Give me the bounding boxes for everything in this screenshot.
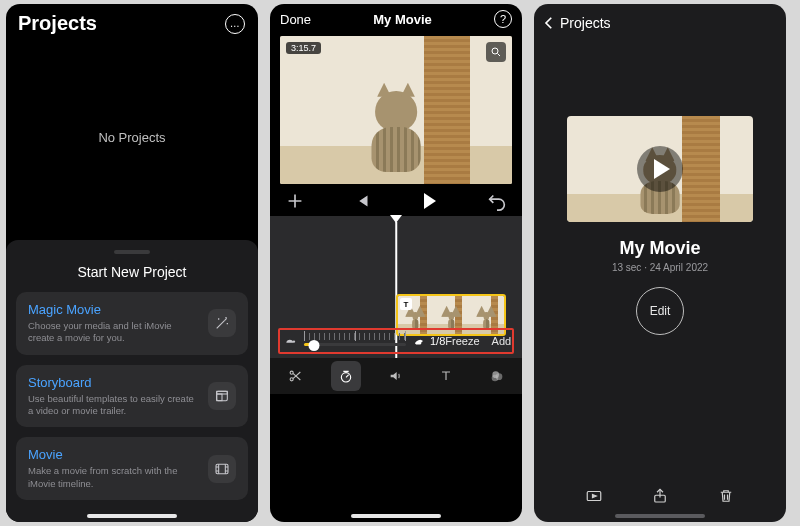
projects-screen: Projects No Projects Start New Project M…: [6, 4, 258, 522]
sheet-grabber[interactable]: [114, 250, 150, 254]
svg-point-11: [491, 375, 498, 382]
chevron-left-icon: [540, 14, 558, 32]
svg-point-5: [293, 340, 295, 342]
edit-button[interactable]: Edit: [636, 287, 684, 335]
transport-bar: [270, 184, 522, 214]
volume-tool[interactable]: [381, 361, 411, 391]
skip-start-button[interactable]: [351, 190, 373, 212]
back-button[interactable]: Projects: [534, 4, 786, 32]
sheet-title: Start New Project: [16, 264, 248, 280]
editor-screen: Done My Movie ? 3:15.7: [270, 4, 522, 522]
home-indicator: [351, 514, 441, 518]
tortoise-icon: [284, 334, 298, 348]
speed-value: 1/8: [430, 335, 445, 347]
preview-viewer[interactable]: 3:15.7: [280, 36, 512, 184]
card-magic-movie[interactable]: Magic Movie Choose your media and let iM…: [16, 292, 248, 355]
storyboard-icon: [208, 382, 236, 410]
projects-title: Projects: [18, 12, 97, 35]
wand-icon: [208, 309, 236, 337]
svg-rect-3: [216, 464, 228, 473]
speed-control-highlight: 1/8 Freeze Add Reset: [278, 328, 514, 354]
play-overlay[interactable]: [567, 116, 753, 222]
project-title: My Movie: [619, 238, 700, 259]
no-projects-label: No Projects: [6, 35, 258, 240]
bottom-actions: [534, 484, 786, 508]
delete-button[interactable]: [714, 484, 738, 508]
zoom-button[interactable]: [486, 42, 506, 62]
freeze-button[interactable]: Freeze: [445, 335, 479, 347]
speed-slider[interactable]: [304, 333, 406, 349]
card-storyboard[interactable]: Storyboard Use beautiful templates to ea…: [16, 365, 248, 428]
filters-tool[interactable]: [482, 361, 512, 391]
more-button[interactable]: [224, 13, 246, 35]
time-badge: 3:15.7: [286, 42, 321, 54]
titles-tool[interactable]: [431, 361, 461, 391]
add-speed-button[interactable]: Add: [492, 335, 512, 347]
project-meta: 13 sec · 24 April 2022: [612, 262, 708, 273]
preview-image: [280, 36, 512, 184]
title-badge: T: [400, 298, 412, 310]
project-thumbnail[interactable]: [567, 116, 753, 222]
card-sub: Use beautiful templates to easily create…: [28, 393, 198, 418]
home-indicator: [87, 514, 177, 518]
hare-icon: [412, 334, 426, 348]
back-label: Projects: [560, 15, 611, 31]
share-button[interactable]: [648, 484, 672, 508]
editor-title: My Movie: [373, 12, 432, 27]
svg-rect-2: [217, 394, 222, 401]
timeline[interactable]: T 1/8 Freeze Add Reset: [270, 216, 522, 394]
done-button[interactable]: Done: [280, 12, 311, 27]
card-title: Movie: [28, 447, 198, 462]
play-button[interactable]: [419, 190, 441, 212]
card-title: Magic Movie: [28, 302, 198, 317]
add-media-button[interactable]: [284, 190, 306, 212]
card-sub: Make a movie from scratch with the iMovi…: [28, 465, 198, 490]
speed-tool[interactable]: [331, 361, 361, 391]
editor-toolbar: [270, 358, 522, 394]
undo-button[interactable]: [486, 190, 508, 212]
project-detail-screen: Projects My Movie 13 sec · 24 April 2022…: [534, 4, 786, 522]
card-movie[interactable]: Movie Make a movie from scratch with the…: [16, 437, 248, 500]
play-icon: [654, 159, 670, 179]
play-icon: [424, 193, 436, 209]
film-icon: [208, 455, 236, 483]
home-indicator: [615, 514, 705, 518]
edit-label: Edit: [650, 304, 671, 318]
svg-point-4: [492, 48, 498, 54]
card-title: Storyboard: [28, 375, 198, 390]
card-sub: Choose your media and let iMovie create …: [28, 320, 198, 345]
play-fullscreen-button[interactable]: [582, 484, 606, 508]
new-project-sheet: Start New Project Magic Movie Choose you…: [6, 240, 258, 522]
ellipsis-icon: [225, 14, 245, 34]
scissors-tool[interactable]: [280, 361, 310, 391]
help-button[interactable]: ?: [494, 10, 512, 28]
